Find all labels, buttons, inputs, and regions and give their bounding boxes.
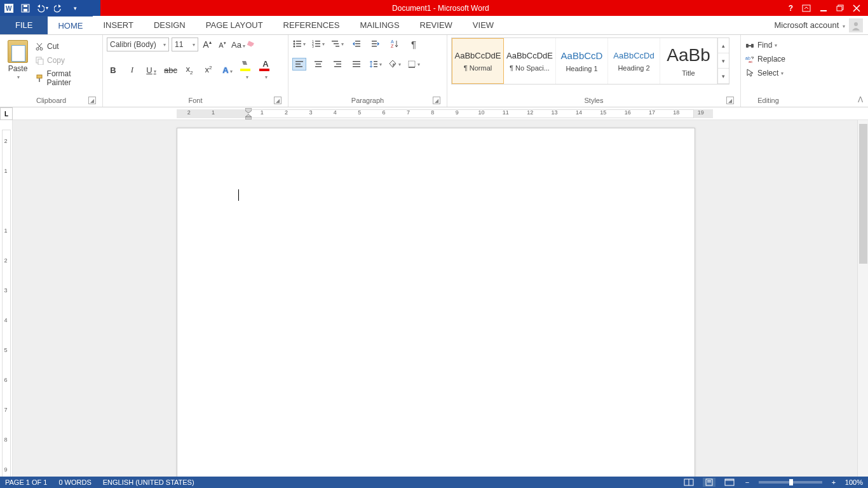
save-button[interactable] xyxy=(19,2,32,15)
web-layout-button[interactable] xyxy=(723,478,736,487)
status-bar: PAGE 1 OF 1 0 WORDS ENGLISH (UNITED STAT… xyxy=(0,477,868,488)
tab-view[interactable]: VIEW xyxy=(463,16,504,34)
font-launcher[interactable]: ◢ xyxy=(274,97,281,104)
change-case-button[interactable]: Aa▾ xyxy=(231,40,244,50)
increase-indent-button[interactable] xyxy=(369,37,383,50)
decrease-indent-button[interactable] xyxy=(349,37,363,50)
paragraph-launcher[interactable]: ◢ xyxy=(433,97,440,104)
clipboard-launcher[interactable]: ◢ xyxy=(88,97,96,104)
highlight-button[interactable]: ▾ xyxy=(240,60,253,81)
superscript-button[interactable]: x2 xyxy=(202,65,215,74)
tab-insert[interactable]: INSERT xyxy=(93,16,143,34)
svg-rect-50 xyxy=(334,66,341,67)
svg-rect-37 xyxy=(372,41,377,42)
minimize-button[interactable] xyxy=(820,4,827,12)
font-name-combo[interactable]: Calibri (Body)▾ xyxy=(107,37,169,51)
italic-button[interactable]: I xyxy=(126,65,139,75)
svg-rect-26 xyxy=(315,41,320,42)
find-button[interactable]: Find▾ xyxy=(745,40,785,50)
replace-icon: abac xyxy=(745,54,755,64)
copy-button[interactable]: Copy xyxy=(34,55,96,65)
align-left-button[interactable] xyxy=(292,58,306,71)
status-page[interactable]: PAGE 1 OF 1 xyxy=(5,478,47,486)
text-effects-button[interactable]: A▾ xyxy=(221,65,234,75)
numbering-button[interactable]: 123▾ xyxy=(311,37,325,50)
redo-button[interactable] xyxy=(52,2,65,15)
multilevel-button[interactable]: ▾ xyxy=(330,37,344,50)
scrollbar-thumb[interactable] xyxy=(859,124,867,264)
cut-button[interactable]: Cut xyxy=(34,41,96,51)
tab-design[interactable]: DESIGN xyxy=(144,16,196,34)
zoom-in-button[interactable]: + xyxy=(830,478,837,486)
read-mode-button[interactable] xyxy=(682,478,695,487)
select-button[interactable]: Select▾ xyxy=(745,68,785,78)
restore-button[interactable] xyxy=(836,4,844,12)
format-painter-button[interactable]: Format Painter xyxy=(34,69,96,87)
tab-review[interactable]: REVIEW xyxy=(410,16,463,34)
zoom-level[interactable]: 100% xyxy=(845,478,863,486)
collapse-ribbon[interactable]: ᐱ xyxy=(858,95,863,104)
style-heading1[interactable]: AaBbCcDHeading 1 xyxy=(556,38,608,84)
gallery-down[interactable]: ▾ xyxy=(718,53,729,69)
svg-rect-36 xyxy=(355,46,360,47)
status-words[interactable]: 0 WORDS xyxy=(58,478,91,486)
print-layout-button[interactable] xyxy=(703,478,715,487)
gallery-up[interactable]: ▴ xyxy=(718,38,729,53)
undo-button[interactable]: ▾ xyxy=(36,2,48,15)
tab-selector[interactable]: L xyxy=(0,107,13,120)
tab-mailings[interactable]: MAILINGS xyxy=(349,16,409,34)
gallery-more[interactable]: ▾ xyxy=(718,69,729,84)
svg-rect-64 xyxy=(245,117,252,119)
paste-button[interactable]: Paste ▾ xyxy=(4,37,32,83)
bold-button[interactable]: B xyxy=(107,65,119,75)
style-title[interactable]: AaBbTitle xyxy=(660,38,717,84)
ruler-horizontal[interactable]: 2112345678910111213141516171819 xyxy=(13,107,868,120)
tab-references[interactable]: REFERENCES xyxy=(273,16,350,34)
svg-rect-42 xyxy=(295,61,303,62)
svg-rect-57 xyxy=(409,61,415,67)
sort-button[interactable]: AZ xyxy=(388,37,402,50)
align-center-button[interactable] xyxy=(311,58,325,71)
styles-launcher[interactable]: ◢ xyxy=(726,97,734,104)
tab-page-layout[interactable]: PAGE LAYOUT xyxy=(196,16,273,34)
ribbon-display-button[interactable] xyxy=(802,4,811,12)
ruler-vertical[interactable]: 211234567891011 xyxy=(0,120,13,477)
font-color-button[interactable]: A▾ xyxy=(259,59,272,81)
help-button[interactable]: ? xyxy=(789,4,793,13)
shading-button[interactable]: ▾ xyxy=(388,58,402,71)
close-button[interactable] xyxy=(853,4,860,12)
bullets-button[interactable]: ▾ xyxy=(292,37,306,50)
zoom-out-button[interactable]: − xyxy=(743,478,751,486)
document-page[interactable] xyxy=(177,128,695,488)
shrink-font-button[interactable]: A▾ xyxy=(216,41,229,49)
tab-home[interactable]: HOME xyxy=(48,16,93,34)
quick-access-toolbar: W ▾ ▾ xyxy=(0,0,100,16)
style-no-spacing[interactable]: AaBbCcDdE¶ No Spaci... xyxy=(504,38,556,84)
justify-button[interactable] xyxy=(349,58,363,71)
indent-marker[interactable] xyxy=(245,108,252,119)
style-heading2[interactable]: AaBbCcDdHeading 2 xyxy=(608,38,660,84)
style-normal[interactable]: AaBbCcDdE¶ Normal xyxy=(452,38,504,84)
line-spacing-button[interactable]: ▾ xyxy=(369,58,383,71)
account-menu[interactable]: Microsoft account ▾ xyxy=(775,20,846,30)
svg-rect-16 xyxy=(39,78,40,82)
avatar-icon[interactable] xyxy=(849,18,863,32)
clear-formatting-button[interactable] xyxy=(247,39,259,50)
tab-file[interactable]: FILE xyxy=(0,16,48,34)
zoom-slider[interactable] xyxy=(759,481,822,484)
group-label-styles: Styles xyxy=(585,97,604,104)
underline-button[interactable]: U▾ xyxy=(145,65,158,75)
borders-button[interactable]: ▾ xyxy=(407,58,421,71)
subscript-button[interactable]: x2 xyxy=(183,64,196,76)
replace-button[interactable]: abacReplace xyxy=(745,54,785,64)
align-right-button[interactable] xyxy=(330,58,344,71)
scrollbar-vertical[interactable] xyxy=(857,120,868,477)
qat-customize[interactable]: ▾ xyxy=(69,2,81,15)
status-language[interactable]: ENGLISH (UNITED STATES) xyxy=(103,478,194,486)
zoom-slider-thumb[interactable] xyxy=(789,479,793,485)
svg-rect-43 xyxy=(295,64,301,65)
show-marks-button[interactable]: ¶ xyxy=(407,37,421,50)
font-size-combo[interactable]: 11▾ xyxy=(172,37,198,51)
grow-font-button[interactable]: A▴ xyxy=(201,39,214,50)
strikethrough-button[interactable]: abc xyxy=(164,65,177,75)
